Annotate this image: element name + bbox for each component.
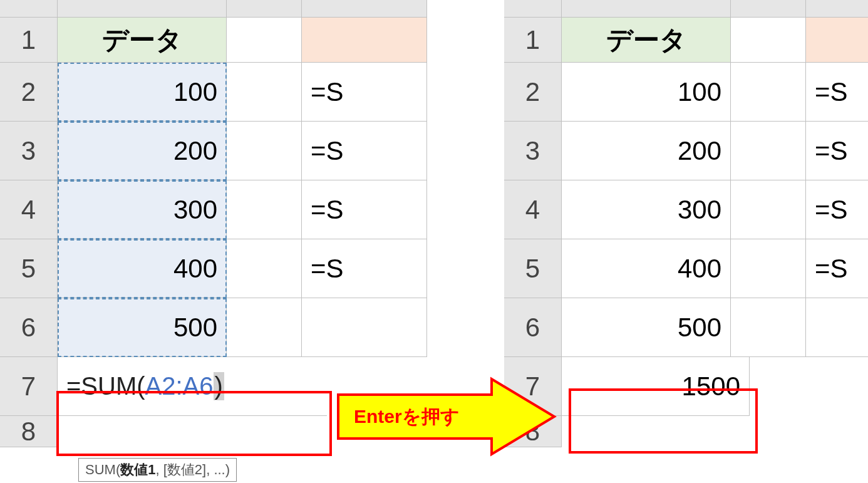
cell-c4[interactable]: =S: [806, 180, 868, 239]
formula-prefix: =SUM(: [66, 372, 145, 400]
col-header-b[interactable]: [227, 0, 302, 18]
cell-b3[interactable]: [731, 122, 806, 180]
arrow-label: Enterを押す: [335, 376, 559, 457]
row-header[interactable]: 6: [0, 298, 58, 357]
row-header[interactable]: 3: [0, 122, 58, 180]
cell-c4[interactable]: =S: [302, 180, 427, 239]
cell-b2[interactable]: [731, 63, 806, 122]
corner-cell[interactable]: [0, 0, 58, 18]
cell-c5[interactable]: =S: [302, 239, 427, 298]
formula-range: A2:A6: [145, 372, 214, 400]
cell-a1-header[interactable]: データ: [58, 18, 227, 63]
cell-a6[interactable]: 500: [562, 298, 731, 357]
col-header-c[interactable]: [302, 0, 427, 18]
row-header[interactable]: 2: [504, 63, 562, 122]
cell-c2[interactable]: =S: [302, 63, 427, 122]
col-header-a[interactable]: [562, 0, 731, 18]
row-header[interactable]: 1: [0, 18, 58, 63]
cell-a6[interactable]: 500: [58, 298, 227, 357]
cell-a3[interactable]: 200: [58, 122, 227, 180]
cell-b6[interactable]: [227, 298, 302, 357]
row-header[interactable]: 2: [0, 63, 58, 122]
cell-c3[interactable]: =S: [806, 122, 868, 180]
formula-tooltip: SUM(数値1, [数値2], ...): [78, 458, 237, 482]
col-header-a[interactable]: [58, 0, 227, 18]
cell-b3[interactable]: [227, 122, 302, 180]
cell-b1[interactable]: [227, 18, 302, 63]
row-header[interactable]: 4: [504, 180, 562, 239]
cell-a7-result[interactable]: 1500: [562, 357, 750, 416]
cell-b4[interactable]: [731, 180, 806, 239]
cell-c1[interactable]: [302, 18, 427, 63]
col-header-c[interactable]: [806, 0, 868, 18]
cell-a4[interactable]: 300: [58, 180, 227, 239]
col-header-b[interactable]: [731, 0, 806, 18]
cell-a1-header[interactable]: データ: [562, 18, 731, 63]
row-header[interactable]: 5: [0, 239, 58, 298]
row-header[interactable]: 5: [504, 239, 562, 298]
cell-c2[interactable]: =S: [806, 63, 868, 122]
cell-a7-formula[interactable]: =SUM(A2:A6): [58, 357, 327, 416]
cell-b6[interactable]: [731, 298, 806, 357]
cell-c6[interactable]: [806, 298, 868, 357]
enter-arrow: Enterを押す: [335, 376, 559, 457]
corner-cell[interactable]: [504, 0, 562, 18]
cell-c5[interactable]: =S: [806, 239, 868, 298]
cell-c3[interactable]: =S: [302, 122, 427, 180]
formula-suffix: ): [214, 372, 224, 400]
row-header[interactable]: 1: [504, 18, 562, 63]
cell-b5[interactable]: [227, 239, 302, 298]
cell-a4[interactable]: 300: [562, 180, 731, 239]
cell-c1[interactable]: [806, 18, 868, 63]
cell-a3[interactable]: 200: [562, 122, 731, 180]
cell-b4[interactable]: [227, 180, 302, 239]
row-header[interactable]: 8: [0, 416, 58, 447]
row-header[interactable]: 4: [0, 180, 58, 239]
cell-a5[interactable]: 400: [58, 239, 227, 298]
cell-c6[interactable]: [302, 298, 427, 357]
row-header[interactable]: 3: [504, 122, 562, 180]
cell-a5[interactable]: 400: [562, 239, 731, 298]
cell-a2[interactable]: 100: [58, 63, 227, 122]
cell-b1[interactable]: [731, 18, 806, 63]
cell-b2[interactable]: [227, 63, 302, 122]
row-header[interactable]: 7: [0, 357, 58, 416]
cell-b5[interactable]: [731, 239, 806, 298]
cell-a2[interactable]: 100: [562, 63, 731, 122]
row-header[interactable]: 6: [504, 298, 562, 357]
